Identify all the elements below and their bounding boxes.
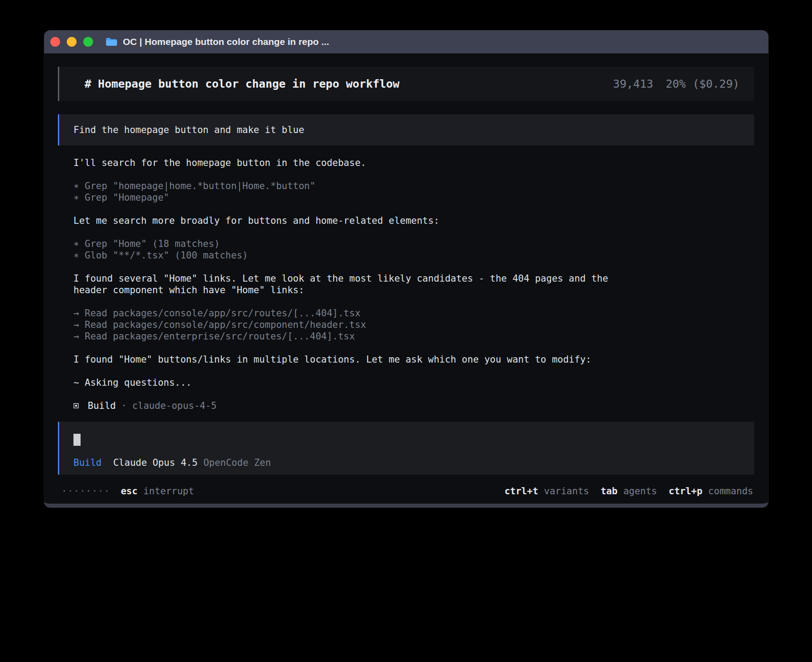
input-footer: Build Claude Opus 4.5 OpenCode Zen (73, 457, 741, 468)
session-stats: 39,413 20% ($0.29) (613, 78, 739, 90)
window-title: OC | Homepage button color change in rep… (123, 36, 329, 47)
status-bar: ········ esc interrupt ctrl+t variants t… (58, 485, 754, 497)
window-controls (50, 37, 93, 47)
tool-call-grep: ∗ Grep "Homepage" (73, 192, 754, 203)
shortcut-commands: ctrl+p commands (669, 485, 753, 497)
shortcut-key: tab (601, 485, 617, 497)
conversation: I'll search for the homepage button in t… (73, 157, 754, 388)
tool-call-read: → Read packages/enterprise/src/routes/[.… (73, 331, 754, 342)
tool-call-group: → Read packages/console/app/src/routes/[… (73, 307, 754, 342)
token-count: 39,413 (613, 78, 653, 90)
terminal-window: OC | Homepage button color change in rep… (44, 30, 768, 508)
esc-key-label: interrupt (143, 485, 194, 497)
assistant-text: Let me search more broadly for buttons a… (73, 215, 625, 226)
assistant-text: I found "Home" buttons/links in multiple… (73, 354, 625, 365)
assistant-text: I'll search for the homepage button in t… (73, 157, 625, 169)
window-title-group: OC | Homepage button color change in rep… (106, 36, 329, 47)
agent-name: Build (88, 400, 116, 412)
desktop-background: OC | Homepage button color change in rep… (0, 0, 812, 662)
esc-key-hint: esc (121, 485, 138, 497)
tool-call-glob: ∗ Glob "**/*.tsx" (100 matches) (73, 250, 754, 261)
context-usage: 20% ($0.29) (666, 78, 739, 90)
status-right: ctrl+t variants tab agents ctrl+p comman… (504, 485, 753, 497)
tool-call-grep: ∗ Grep "homepage|home.*button|Home.*butt… (73, 180, 754, 192)
assistant-text: I found several "Home" links. Let me loo… (73, 273, 625, 296)
tool-call-group: ∗ Grep "Home" (18 matches) ∗ Glob "**/*.… (73, 238, 754, 261)
user-message: Find the homepage button and make it blu… (58, 114, 754, 145)
tool-call-grep: ∗ Grep "Home" (18 matches) (73, 238, 754, 250)
session-header: # Homepage button color change in repo w… (58, 67, 754, 101)
window-titlebar[interactable]: OC | Homepage button color change in rep… (44, 30, 768, 53)
spinner-icon: ········ (61, 485, 110, 497)
shortcut-variants: ctrl+t variants (504, 485, 589, 497)
agent-separator: · (121, 400, 127, 412)
shortcut-label: commands (708, 485, 753, 497)
user-message-text: Find the homepage button and make it blu… (73, 125, 304, 135)
tool-call-read: → Read packages/console/app/src/componen… (73, 319, 754, 331)
status-left: ········ esc interrupt (61, 485, 194, 497)
assistant-status-text: ~ Asking questions... (73, 377, 625, 388)
terminal-content: # Homepage button color change in repo w… (44, 53, 768, 504)
minimize-window-button[interactable] (67, 37, 77, 47)
close-window-button[interactable] (50, 37, 60, 47)
shortcut-label: agents (623, 485, 657, 497)
prompt-input[interactable]: Build Claude Opus 4.5 OpenCode Zen (58, 422, 754, 475)
folder-icon (106, 37, 118, 47)
tool-call-read: → Read packages/console/app/src/routes/[… (73, 307, 754, 319)
agent-row: Build · claude-opus-4-5 (73, 400, 754, 412)
tool-call-group: ∗ Grep "homepage|home.*button|Home.*butt… (73, 180, 754, 203)
shortcut-key: ctrl+p (669, 485, 702, 497)
session-title: # Homepage button color change in repo w… (85, 78, 399, 90)
shortcut-key: ctrl+t (504, 485, 538, 497)
model-name[interactable]: Claude Opus 4.5 (113, 457, 198, 468)
shortcut-label: variants (544, 485, 589, 497)
zoom-window-button[interactable] (83, 37, 93, 47)
shortcut-agents: tab agents (601, 485, 657, 497)
agent-model: claude-opus-4-5 (132, 400, 217, 412)
agent-icon (73, 403, 79, 408)
text-cursor (73, 434, 81, 446)
provider-name: OpenCode Zen (203, 457, 271, 468)
mode-indicator[interactable]: Build (73, 457, 102, 468)
